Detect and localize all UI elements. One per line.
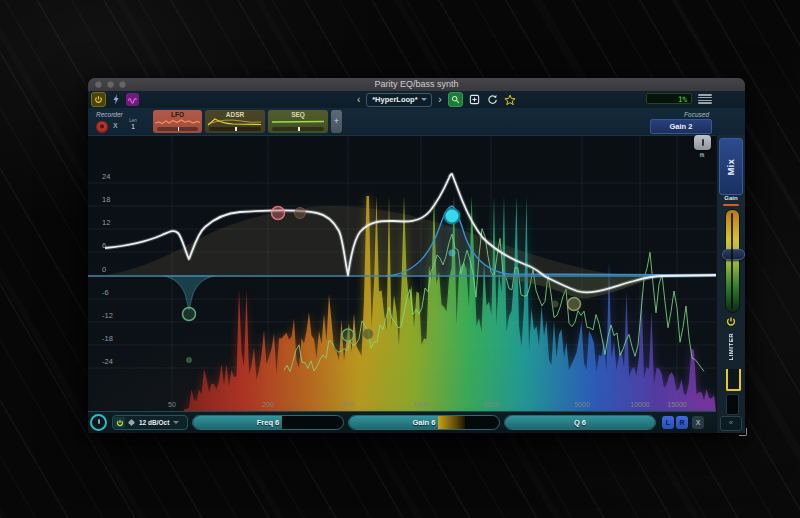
freq-slider-label: Freq 6	[193, 416, 343, 429]
svg-text:-18: -18	[102, 334, 113, 343]
plugin-power-button[interactable]	[91, 92, 106, 107]
waveform-mode-button[interactable]	[126, 93, 139, 106]
svg-text:18: 18	[102, 195, 110, 204]
band-subnode-dark[interactable]	[363, 329, 373, 339]
output-gain-label: Gain	[717, 195, 745, 201]
preset-navigation: ‹ *HyperLoop* ›	[356, 92, 517, 107]
svg-text:-12: -12	[102, 311, 113, 320]
recorder-label: Recorder	[96, 111, 123, 118]
eq-graph[interactable]: 24181260-6-12-18-24502005001000200050001…	[88, 136, 716, 412]
save-preset-button[interactable]	[468, 93, 481, 106]
band-node-green[interactable]	[183, 308, 196, 321]
svg-text:12: 12	[102, 218, 110, 227]
limiter-threshold-control[interactable]	[726, 369, 741, 391]
cpu-meter: 1%	[646, 93, 692, 104]
band-node-green-2[interactable]	[342, 329, 354, 341]
refresh-icon	[487, 94, 498, 105]
band-node-olive[interactable]	[568, 298, 581, 311]
focused-parameter-button[interactable]: Gain 2	[650, 119, 712, 134]
limiter-power-button[interactable]	[726, 316, 737, 327]
band-subnode-cyan[interactable]	[449, 250, 456, 257]
filter-shape-icon[interactable]	[128, 419, 135, 426]
bolt-icon[interactable]	[109, 93, 122, 106]
band-node-pink[interactable]	[272, 207, 285, 220]
eq-display[interactable]: 24181260-6-12-18-24502005001000200050001…	[88, 135, 716, 411]
gain-peak-tick	[723, 204, 739, 206]
main-toolbar: ‹ *HyperLoop* › 1%	[88, 91, 745, 108]
right-sidebar: Mix Gain LIMITER «	[716, 135, 745, 433]
limiter-meter	[726, 394, 739, 415]
band-subnode-green[interactable]	[186, 357, 192, 363]
recorder-record-knob[interactable]	[95, 120, 109, 134]
band-node-selected[interactable]	[445, 209, 460, 224]
modulator-card-seq[interactable]: SEQ	[268, 110, 328, 133]
window-title: Parity EQ/bass synth	[88, 78, 745, 91]
modulator-card-lfo[interactable]: LFO	[153, 110, 202, 133]
reload-preset-button[interactable]	[486, 93, 499, 106]
focused-label: Focused	[684, 111, 709, 118]
power-icon	[116, 419, 124, 427]
svg-text:200: 200	[262, 401, 274, 408]
svg-text:10000: 10000	[630, 401, 650, 408]
svg-text:1000: 1000	[413, 401, 429, 408]
svg-text:5000: 5000	[574, 401, 590, 408]
preset-name: *HyperLoop*	[372, 95, 417, 104]
filter-slope-group: 12 dB/Oct	[112, 415, 188, 430]
recorder-clear-button[interactable]: X	[113, 122, 118, 129]
output-gain-fader[interactable]	[725, 209, 740, 313]
chevron-down-icon	[421, 98, 427, 101]
slope-value: 12 dB/Oct	[139, 419, 169, 426]
band-power-button[interactable]	[114, 417, 125, 428]
modulator-toolbar: Recorder X Len 1 LFO ADSR SEQ	[88, 108, 745, 135]
q-slider[interactable]: Q 6	[504, 415, 656, 430]
power-icon	[94, 95, 103, 104]
add-modulator-button[interactable]: +	[331, 110, 342, 133]
star-icon	[504, 94, 516, 106]
modulator-card-adsr[interactable]: ADSR	[205, 110, 265, 133]
right-channel-button[interactable]: R	[676, 416, 688, 429]
adsr-amount-slider[interactable]	[209, 127, 261, 131]
svg-text:15000: 15000	[667, 401, 687, 408]
freq-slider[interactable]: Freq 6	[192, 415, 344, 430]
lfo-waveform-icon	[155, 118, 200, 125]
limiter-label: LIMITER	[728, 333, 734, 361]
seq-amount-slider[interactable]	[272, 127, 324, 131]
preset-prev-button[interactable]: ‹	[356, 93, 361, 106]
gain-fader-handle[interactable]	[722, 249, 745, 260]
svg-text:0: 0	[102, 265, 106, 274]
seq-line-icon	[270, 118, 326, 126]
band-subnode-olive[interactable]	[552, 301, 559, 308]
band-select-knob[interactable]	[90, 414, 107, 431]
chevron-down-icon[interactable]	[173, 421, 179, 424]
desktop-background: Parity EQ/bass synth ‹ *HyperLoop* ›	[0, 0, 800, 518]
remove-band-button[interactable]: X	[692, 416, 704, 429]
band-node-brown[interactable]	[295, 208, 306, 219]
adsr-label: ADSR	[205, 111, 265, 118]
recorder-length-control[interactable]: Len 1	[126, 118, 140, 130]
title-bar[interactable]: Parity EQ/bass synth	[88, 78, 745, 91]
adsr-envelope-icon	[207, 118, 263, 126]
lfo-label: LFO	[153, 111, 202, 118]
limiter-section: LIMITER	[728, 331, 734, 363]
sine-wave-icon	[127, 95, 138, 104]
mix-tab[interactable]: Mix	[719, 138, 743, 195]
gain-slider[interactable]: Gain 6	[348, 415, 500, 430]
preset-next-button[interactable]: ›	[437, 93, 442, 106]
svg-text:6: 6	[102, 241, 106, 250]
search-icon	[451, 95, 460, 104]
mix-tab-label: Mix	[726, 158, 736, 175]
lfo-amount-slider[interactable]	[157, 127, 198, 131]
svg-text:24: 24	[102, 172, 110, 181]
fft-toggle-button[interactable]	[694, 135, 711, 150]
preset-selector[interactable]: *HyperLoop*	[366, 93, 432, 107]
preset-browser-button[interactable]	[448, 92, 463, 107]
power-icon	[726, 316, 737, 327]
favorite-button[interactable]	[504, 93, 517, 106]
left-channel-button[interactable]: L	[662, 416, 674, 429]
window-resize-handle[interactable]	[739, 428, 747, 436]
menu-icon[interactable]	[698, 94, 712, 104]
seq-label: SEQ	[268, 111, 328, 118]
band-control-bar: 12 dB/Oct Freq 6 Gain 6 Q 6 L R X	[88, 411, 716, 433]
svg-text:-6: -6	[102, 288, 109, 297]
svg-text:50: 50	[168, 401, 176, 408]
